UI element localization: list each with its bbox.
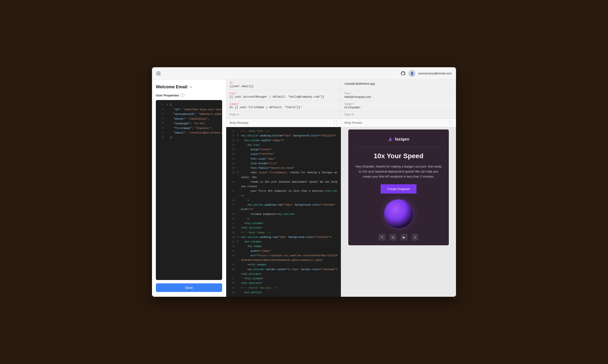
info-icon[interactable]: i (181, 93, 184, 97)
preview-cta-button[interactable]: Create Endpoint (381, 184, 416, 194)
code-row-42: 42 your first API endpoint in less than … (226, 189, 341, 198)
code-row-33: 33 ∨ <mj-column width="450px"> (226, 138, 341, 143)
hamburger-icon[interactable] (156, 72, 161, 75)
expand-body-preview-icon[interactable]: ⛶ (449, 121, 453, 125)
replyto-resolved-label: Reply-To (344, 113, 453, 116)
code-row-41: 41 ready to 10x your backend deployment … (226, 180, 341, 189)
code-row-34: 34 <mj-text (226, 143, 341, 147)
top-bar-right: 👤 anonymous@email.com (401, 70, 452, 77)
code-row-60: 60 <mj-section (226, 290, 341, 295)
body-preview-title: Body Preview (344, 121, 362, 124)
fastgen-logo-icon (388, 137, 393, 142)
code-row-56: 56 <mj-divider border-width="0.75px" bor… (226, 267, 341, 277)
sidebar: Welcome Email ✎ User Properties i 1 ∨ { … (152, 80, 226, 297)
from-field-resolved: From * hello@company.com (341, 90, 456, 101)
fold-50[interactable]: ∨ (237, 235, 240, 239)
preview-logo-text: fastgen (395, 137, 409, 142)
code-row-55: 55 ></mj-image> (226, 262, 341, 267)
code-row-43: 43 > (226, 198, 341, 203)
code-row-44: 44 <mj-button padding-top="20px" backgro… (226, 203, 341, 212)
body-message-header: Body Message ⛶ (226, 119, 341, 127)
body-preview-panel: Body Preview ⛶ fastgen (341, 119, 456, 297)
preview-headline: 10x Your Speed (374, 152, 424, 160)
code-line-5: 5 "language": "en-US", (156, 121, 222, 126)
code-row-46: 46 > (226, 217, 341, 221)
code-row-31: 31 <!-- Body Text --> (226, 129, 341, 133)
code-editor: 1 ∨ { 2 "id": "ad44fb62-91a4-4ec7-be24-7… (156, 100, 222, 280)
code-row-57: 57 </mj-column> (226, 276, 341, 281)
expand-body-message-icon[interactable]: ⛶ (334, 121, 337, 125)
preview-logo-divider (355, 147, 442, 147)
to-value: {{user.email}} (230, 85, 337, 88)
linkedin-icon[interactable]: in (390, 234, 396, 241)
code-panel-content: 31 <!-- Body Text --> 32 ∨ <mj-section p… (226, 127, 341, 297)
subject-resolved-value: Hi Chandler! (344, 106, 453, 109)
subject-value: Hi {{ user.firstName | default: "there"}… (230, 106, 337, 109)
code-row-49: 49 <!-- Body Image --> (226, 231, 341, 235)
app-window: 👤 anonymous@email.com Welcome Email ✎ Us… (152, 67, 456, 297)
to-resolved-value: chandler@dittofeed.app (344, 82, 453, 85)
code-line-6: 6 "firstName": "Chandler", (156, 126, 222, 131)
code-row-37: 37 font-size="15px" (226, 157, 341, 161)
fold-40[interactable]: ∨ (237, 170, 240, 175)
user-email-label: anonymous@email.com (418, 72, 452, 75)
code-row-32: 32 ∨ <mj-section padding-bottom="0px" ba… (226, 133, 341, 138)
top-bar-left (156, 72, 161, 75)
code-line-8: 8 } (156, 135, 222, 140)
user-props-row: User Properties i (156, 93, 222, 97)
code-row-54: 54 src="https://uploads-ssl.webflow.com/… (226, 253, 341, 263)
youtube-icon[interactable]: ▶ (401, 234, 407, 241)
fold-51[interactable]: ∨ (237, 240, 240, 244)
email-preview: fastgen 10x Your Speed Hey Chandler, tha… (348, 130, 449, 245)
code-row-50: 50 ∨ <mj-section padding-top="0px" backg… (226, 235, 341, 240)
preview-content: fastgen 10x Your Speed Hey Chandler, tha… (341, 127, 456, 297)
right-panel: To * {{user.email}} chandler@dittofeed.a… (226, 80, 456, 297)
preview-sphere-image (384, 199, 413, 228)
github-icon[interactable] (401, 71, 406, 76)
replyto-field-resolved: Reply-To (341, 111, 456, 118)
code-row-59: 59 <!-- Footer Socials --> (226, 286, 341, 290)
fold-32[interactable]: ∨ (237, 133, 240, 138)
code-row-53: 53 width="150px" (226, 249, 341, 253)
subject-label: Subject * (230, 103, 337, 105)
preview-social-row: 𝕏 in ▶ # (379, 234, 418, 241)
main-layout: Welcome Email ✎ User Properties i 1 ∨ { … (152, 80, 456, 297)
subject-resolved-label: Subject * (344, 103, 453, 105)
edit-icon[interactable]: ✎ (189, 85, 192, 89)
sidebar-title: Welcome Email (156, 84, 187, 90)
email-fields: To * {{user.email}} chandler@dittofeed.a… (226, 80, 456, 119)
top-bar: 👤 anonymous@email.com (152, 67, 456, 80)
body-preview-header: Body Preview ⛶ (341, 119, 456, 127)
code-row-39: 39 font-family="Helvetica Neue" (226, 166, 341, 170)
from-resolved-label: From * (344, 92, 453, 95)
code-line-7: 7 "email": "chandler@dittofeed.app" (156, 130, 222, 135)
code-line-2: 2 "id": "ad44fb62-91a4-4ec7-be24-7f9364e… (156, 107, 222, 112)
fold-1[interactable]: ∨ (166, 103, 169, 107)
to-label: To * (230, 82, 337, 84)
avatar[interactable]: 👤 (409, 70, 415, 77)
code-line-1: 1 ∨ { (156, 103, 222, 107)
body-area: Body Message ⛶ 31 <!-- Body Text --> 32 … (226, 119, 456, 297)
save-button[interactable]: Save (156, 283, 222, 292)
subject-field-template[interactable]: Subject * Hi {{ user.firstName | default… (226, 101, 341, 111)
to-field-resolved: chandler@dittofeed.app (341, 80, 456, 90)
body-message-title: Body Message (230, 121, 248, 124)
slack-icon[interactable]: # (412, 234, 418, 241)
from-value: {{ user.accountManager | default: "hello… (230, 95, 337, 99)
code-row-35: 35 align="center" (226, 147, 341, 152)
replyto-label: Reply-To (230, 113, 337, 116)
replyto-field-template[interactable]: Reply-To (226, 111, 341, 118)
to-field-template[interactable]: To * {{user.email}} (226, 80, 341, 90)
user-props-label: User Properties (156, 93, 179, 97)
subject-field-resolved: Subject * Hi Chandler! (341, 101, 456, 111)
code-row-58: 58 </mj-section> (226, 281, 341, 286)
from-field-template[interactable]: From * {{ user.accountManager | default:… (226, 90, 341, 101)
twitter-icon[interactable]: 𝕏 (379, 234, 385, 241)
preview-logo: fastgen (388, 137, 409, 142)
fold-33[interactable]: ∨ (237, 138, 240, 143)
code-row-47: 47 </mj-column> (226, 221, 341, 226)
code-row-40: 40 ∨ >Hey {{user.firstName}}, thanks for… (226, 170, 341, 180)
from-resolved-value: hello@company.com (344, 95, 453, 99)
preview-body-text: Hey Chandler, thanks for making a fastge… (355, 164, 442, 179)
code-line-4: 4 "phone": "2025550161", (156, 117, 222, 121)
